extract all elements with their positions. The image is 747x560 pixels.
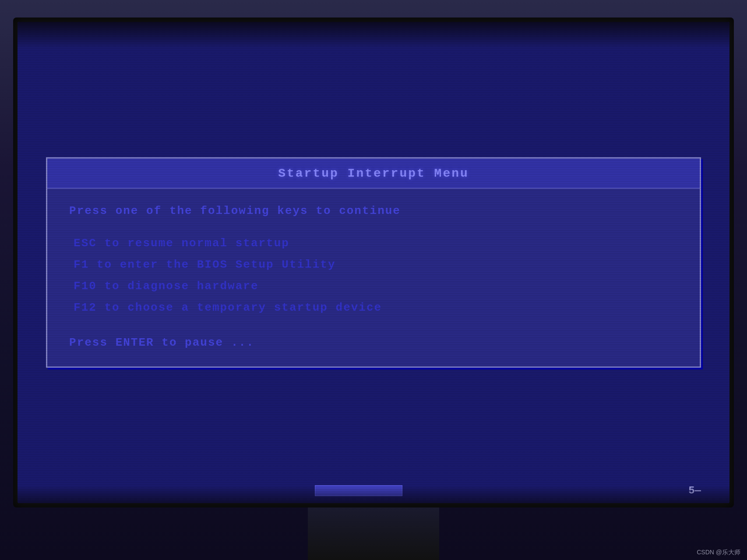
- bios-option-f1[interactable]: F1 to enter the BIOS Setup Utility: [74, 256, 678, 273]
- bios-option-esc[interactable]: ESC to resume normal startup: [74, 235, 678, 252]
- bios-container: Startup Interrupt Menu Press one of the …: [46, 158, 701, 368]
- watermark: CSDN @乐大师: [697, 549, 740, 556]
- bios-title-bar: Startup Interrupt Menu: [47, 159, 700, 189]
- screen: Startup Interrupt Menu Press one of the …: [18, 22, 729, 503]
- bios-option-f10[interactable]: F10 to diagnose hardware: [74, 278, 678, 295]
- monitor-bezel: Startup Interrupt Menu Press one of the …: [13, 18, 734, 508]
- bios-title: Startup Interrupt Menu: [278, 167, 469, 180]
- bios-footer: Press ENTER to pause ...: [69, 336, 678, 349]
- screen-top-shadow: [18, 22, 729, 48]
- monitor-stand: [308, 508, 439, 560]
- bios-options: ESC to resume normal startup F1 to enter…: [69, 235, 678, 316]
- bios-option-f12[interactable]: F12 to choose a temporary startup device: [74, 299, 678, 316]
- monitor-outer: Startup Interrupt Menu Press one of the …: [0, 0, 747, 560]
- screen-bottom-shadow: [18, 486, 729, 503]
- bios-content: Press one of the following keys to conti…: [47, 189, 700, 367]
- bios-subtitle: Press one of the following keys to conti…: [69, 204, 678, 217]
